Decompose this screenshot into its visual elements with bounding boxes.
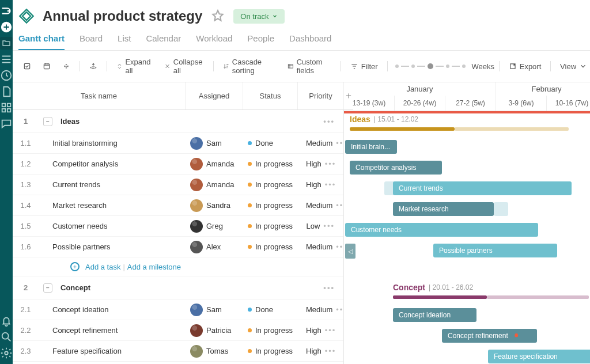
autoschedule-tool[interactable]: [85, 60, 102, 73]
task-bar[interactable]: Feature specification: [488, 350, 590, 363]
status-cell[interactable]: In progress: [243, 240, 298, 253]
task-name-cell[interactable]: Concept refinement: [39, 324, 186, 337]
grid-icon[interactable]: [0, 101, 13, 114]
favorite-star-icon[interactable]: [210, 9, 225, 24]
task-name-cell[interactable]: Competitor analysis: [39, 157, 186, 170]
assignee-cell[interactable]: Amanda: [186, 156, 243, 173]
link-tool[interactable]: [58, 60, 75, 73]
assignee-cell[interactable]: Sam: [186, 135, 243, 152]
tab-list[interactable]: List: [118, 30, 131, 50]
tab-workload[interactable]: Workload: [196, 30, 232, 50]
row-menu-icon[interactable]: •••: [325, 326, 341, 335]
task-bar[interactable]: Possible partners: [433, 244, 557, 257]
col-priority[interactable]: Priority: [298, 82, 344, 109]
expand-all[interactable]: Expand all: [112, 55, 157, 77]
tab-gantt-chart[interactable]: Gantt chart: [18, 30, 65, 50]
week-header[interactable]: 10-16 (7w): [547, 96, 590, 111]
row-menu-icon[interactable]: •••: [323, 283, 339, 292]
cascade-sorting[interactable]: Cascade sorting: [218, 55, 278, 77]
collapse-toggle[interactable]: −: [43, 283, 52, 293]
add-task-link[interactable]: Add a task: [85, 263, 120, 271]
brand-logo-icon[interactable]: [0, 5, 13, 17]
filter[interactable]: Filter: [346, 60, 383, 73]
task-name-cell[interactable]: Feature specification: [39, 344, 186, 358]
task-name-cell[interactable]: Concept ideation: [39, 303, 186, 316]
row-menu-icon[interactable]: •••: [336, 242, 343, 251]
row-menu-icon[interactable]: •••: [323, 117, 339, 126]
priority-cell[interactable]: High•••: [298, 178, 343, 191]
task-name-cell[interactable]: Initial brainstorming: [39, 136, 186, 150]
chat-icon[interactable]: [0, 117, 13, 130]
calendar-tool[interactable]: [38, 60, 55, 73]
row-menu-icon[interactable]: •••: [336, 305, 343, 314]
tab-calendar[interactable]: Calendar: [146, 30, 181, 50]
row-menu-icon[interactable]: •••: [336, 201, 343, 210]
assignee-cell[interactable]: Greg: [186, 218, 243, 235]
task-name-cell[interactable]: Current trends: [39, 178, 186, 191]
task-bar[interactable]: Customer needs: [345, 223, 538, 237]
week-header[interactable]: 13-19 (3w): [344, 96, 395, 111]
priority-cell[interactable]: High•••: [298, 344, 343, 358]
tab-dashboard[interactable]: Dashboard: [289, 30, 331, 50]
week-header[interactable]: 20-26 (4w): [395, 96, 445, 111]
status-cell[interactable]: In progress: [243, 344, 298, 358]
week-header[interactable]: 3-9 (6w): [496, 96, 547, 111]
row-menu-icon[interactable]: •••: [323, 222, 339, 230]
assignee-cell[interactable]: Alex: [186, 238, 243, 256]
bell-icon[interactable]: [0, 314, 13, 327]
task-name-cell[interactable]: Customer needs: [39, 219, 186, 233]
search-icon[interactable]: [0, 331, 13, 343]
priority-cell[interactable]: High•••: [298, 157, 343, 170]
priority-cell[interactable]: Medium•••: [298, 136, 343, 150]
col-assigned[interactable]: Assigned: [186, 82, 243, 109]
task-name-cell[interactable]: Market research: [39, 199, 186, 212]
document-icon[interactable]: [0, 85, 13, 98]
task-bar[interactable]: Concept refinement: [442, 329, 537, 343]
status-cell[interactable]: In progress: [243, 178, 298, 191]
task-bar[interactable]: Competitor analysis: [350, 161, 442, 175]
assignee-cell[interactable]: Patricia: [186, 322, 243, 339]
collapse-toggle[interactable]: −: [43, 117, 52, 126]
task-bar[interactable]: Initial brain...: [345, 140, 397, 154]
task-name-cell[interactable]: Possible partners: [39, 240, 186, 253]
row-menu-icon[interactable]: •••: [325, 160, 341, 168]
priority-cell[interactable]: Medium•••: [298, 199, 343, 212]
group-progress-bar[interactable]: [350, 127, 455, 131]
week-header[interactable]: 27-2 (5w): [445, 96, 496, 111]
export[interactable]: Export: [504, 60, 546, 73]
status-cell[interactable]: Done: [243, 303, 298, 316]
tab-board[interactable]: Board: [80, 30, 103, 50]
assignee-cell[interactable]: Sam: [186, 301, 243, 318]
row-menu-icon[interactable]: •••: [325, 180, 341, 189]
collapse-all[interactable]: Collapse all: [160, 55, 209, 77]
gantt-timeline[interactable]: JanuaryFebruary 13-19 (3w)20-26 (4w)27-2…: [344, 82, 590, 364]
row-menu-icon[interactable]: •••: [325, 347, 341, 355]
assignee-cell[interactable]: Amanda: [186, 176, 243, 194]
assignee-cell[interactable]: Sandra: [186, 197, 243, 214]
priority-cell[interactable]: Medium•••: [298, 303, 343, 316]
priority-cell[interactable]: Medium•••: [298, 240, 343, 253]
group-name-cell[interactable]: −Concept: [39, 281, 186, 295]
group-remaining-bar[interactable]: [455, 127, 569, 131]
group-name-cell[interactable]: −Ideas: [39, 115, 186, 128]
settings-icon[interactable]: [0, 347, 13, 359]
status-cell[interactable]: In progress: [243, 199, 298, 212]
add-milestone-link[interactable]: Add a milestone: [127, 263, 181, 271]
task-bar[interactable]: Current trends: [393, 181, 572, 195]
priority-cell[interactable]: High•••: [298, 324, 343, 337]
list-icon[interactable]: [0, 53, 13, 66]
scroll-left-indicator[interactable]: ◁: [345, 244, 355, 259]
tab-people[interactable]: People: [247, 30, 274, 50]
select-tool[interactable]: [18, 60, 36, 73]
zoom-slider[interactable]: [392, 63, 469, 69]
priority-cell[interactable]: Low•••: [298, 219, 343, 233]
task-bar[interactable]: Concept ideation: [393, 308, 476, 322]
status-cell[interactable]: In progress: [243, 157, 298, 170]
row-menu-icon[interactable]: •••: [336, 139, 343, 147]
group-progress-bar[interactable]: [393, 295, 487, 299]
group-remaining-bar[interactable]: [487, 295, 589, 299]
custom-fields[interactable]: Custom fields: [283, 55, 336, 77]
col-status[interactable]: Status: [243, 82, 298, 109]
assignee-cell[interactable]: Tomas: [186, 343, 243, 360]
col-task[interactable]: Task name: [13, 82, 186, 109]
